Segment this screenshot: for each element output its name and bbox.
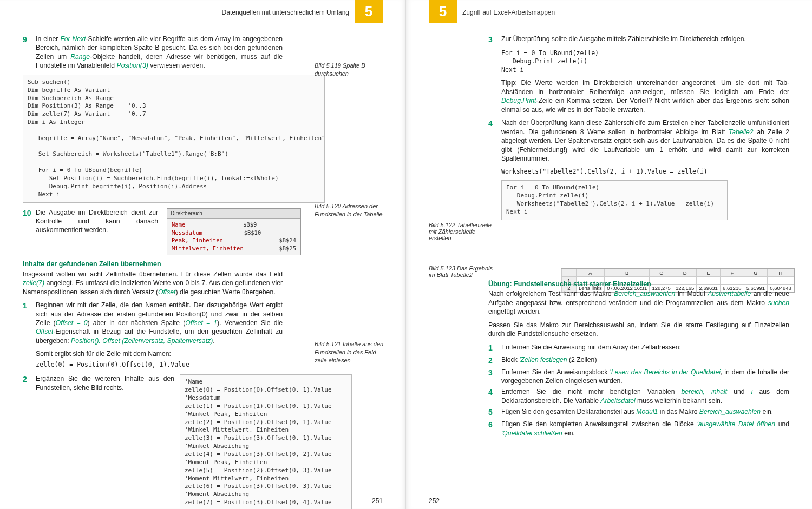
step-9: 9 In einer For-Next-Schleife werden alle…	[23, 35, 283, 70]
r-step-5: 5Fügen Sie den gesamten Deklarationsteil…	[488, 407, 789, 418]
para-inhalte: Insgesamt wollen wir acht Zellinhalte üb…	[23, 270, 283, 296]
left-step-2: 2 Ergänzen Sie die weiteren Inhalte aus …	[23, 374, 174, 392]
r-step-1: 1Entfernen Sie die Anweisung mit dem Arr…	[488, 343, 789, 353]
caption-5-121: Bild 5.121 Inhalte aus den Fundstellen i…	[315, 340, 385, 365]
running-title-right: Zugriff auf Excel-Arbeitsmappen	[457, 8, 560, 17]
direktbereich-box: Direktbereich Name$B$9 Messdatum$B$10 Pe…	[167, 208, 301, 255]
page-number-right: 252	[429, 497, 440, 505]
page-number-left: 251	[372, 497, 383, 505]
left-step-1: 1 Beginnen wir mit der Zelle, die den Na…	[23, 301, 283, 345]
para-uebung-1: Nach erfolgreichem Test kann das Makro B…	[488, 289, 789, 316]
r-step-4: 4Entfernen Sie die nicht mehr benötigten…	[488, 387, 789, 405]
subhead-uebung: Übung: Fundstellensuche statt starrer Ei…	[488, 280, 789, 289]
r-step-3: 3Entfernen Sie den Anweisungsblock 'Lese…	[488, 368, 789, 386]
tipp-para: Tipp: Die Werte werden im Direktbereich …	[501, 78, 789, 114]
caption-5-122: Bild 5.122 Tabellenzeile mit Zählerschle…	[429, 222, 499, 241]
r-step-2: 2Block 'Zellen festlegen (2 Zeilen)	[488, 355, 789, 366]
somit-line: Somit ergibt sich für die Zelle mit dem …	[36, 349, 283, 369]
code-for-cells: For i = 0 To UBound(zelle) Debug.Print z…	[501, 180, 728, 220]
book-spread: Datenquellen mit unterschiedlichem Umfan…	[0, 0, 812, 509]
running-title-left: Datenquellen mit unterschiedlichem Umfan…	[217, 8, 355, 17]
sheet-header-row: ABCDEFGH	[562, 269, 794, 277]
caption-5-123: Bild 5.123 Das Ergebnis im Blatt Tabelle…	[429, 265, 499, 278]
code-worksheets-line: Worksheets("Tabelle2").Cells(2, i + 1).V…	[501, 168, 789, 176]
header-left: Datenquellen mit unterschiedlichem Umfan…	[23, 8, 383, 29]
code-for-debug: For i = 0 To UBound(zelle) Debug.Print z…	[501, 49, 789, 75]
right-step-4: 4 Nach der Überprüfung kann diese Zähler…	[488, 118, 789, 163]
caption-5-119: Bild 5.119 Spalte B durchsuchen	[315, 62, 385, 78]
header-right: 5 Zugriff auf Excel-Arbeitsmappen	[429, 8, 789, 29]
caption-5-120: Bild 5.120 Adressen der Fundstellen in d…	[315, 202, 385, 219]
chapter-number-left: 5	[355, 0, 383, 23]
subhead-inhalte: Inhalte der gefundenen Zellen übernehmen	[23, 260, 383, 269]
chapter-number-right: 5	[429, 0, 457, 23]
page-right: 5 Zugriff auf Excel-Arbeitsmappen 3 Zur …	[406, 0, 812, 509]
para-uebung-2: Passen Sie das Makro zur Bereichsauswahl…	[488, 321, 789, 339]
right-step-3: 3 Zur Überprüfung sollte die Ausgabe mit…	[488, 35, 789, 45]
page-left: Datenquellen mit unterschiedlichem Umfan…	[0, 0, 406, 509]
code-suchen: Sub suchen() Dim begriffe As Variant Dim…	[23, 75, 325, 203]
r-step-6: 6Fügen Sie den kompletten Anweisungsteil…	[488, 420, 789, 438]
code-zelle-offsets: 'Name zelle(0) = Position(0).Offset(0, 1…	[180, 374, 352, 509]
step-10: 10 Die Ausgabe im Direktbereich dient zu…	[23, 208, 158, 235]
